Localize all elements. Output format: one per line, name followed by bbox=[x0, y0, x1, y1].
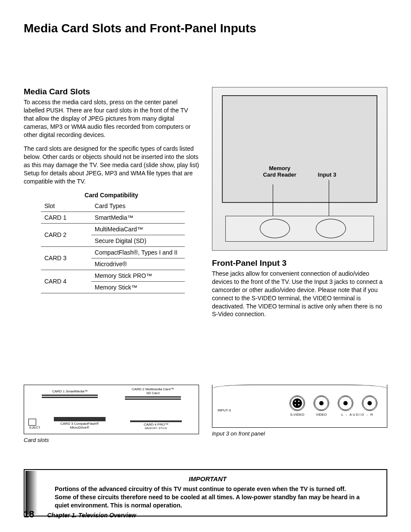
callout-circle-icon bbox=[316, 219, 346, 238]
input3-diagram: INPUT-3 S-VIDEO VIDEO L - AUDIO bbox=[212, 385, 387, 428]
input3-panel-label: INPUT-3 bbox=[218, 408, 231, 412]
card-slots-figure: CARD 1 SmartMedia™ CARD 2 Multimedia Car… bbox=[24, 385, 199, 443]
chapter-label: Chapter 1. Television Overview bbox=[47, 512, 136, 519]
svideo-jack: S-VIDEO bbox=[290, 395, 305, 417]
page-number: 18 bbox=[24, 509, 34, 520]
card1-label: CARD 1 SmartMedia™ bbox=[28, 390, 112, 394]
rca-jack-icon bbox=[367, 401, 372, 405]
video-label: VIDEO bbox=[316, 413, 327, 417]
tv-figure: Memory Card Reader Input 3 bbox=[212, 87, 387, 251]
table-row: CARD 1 bbox=[41, 212, 91, 223]
tv-screen bbox=[222, 95, 377, 203]
callout-circle-icon bbox=[260, 219, 290, 238]
svideo-icon bbox=[293, 398, 302, 408]
card2-label-l2: SD Card bbox=[112, 392, 195, 395]
tv-label-input3: Input 3 bbox=[318, 171, 336, 178]
slot-bar-icon bbox=[54, 417, 106, 421]
card-slots-caption: Card slots bbox=[24, 437, 199, 443]
card-slots-diagram: CARD 1 SmartMedia™ CARD 2 Multimedia Car… bbox=[24, 385, 199, 434]
table-row: MultiMediaCard™ bbox=[91, 223, 185, 235]
media-slots-p1: To access the media card slots, press on… bbox=[24, 98, 199, 139]
tv-base bbox=[225, 216, 374, 242]
card4-label-l1: CARD 4 PRO™ bbox=[118, 423, 195, 427]
table-row: Microdrive® bbox=[91, 258, 185, 270]
important-title: IMPORTANT bbox=[55, 475, 361, 482]
table-row: Memory Stick™ bbox=[91, 281, 185, 293]
input3-caption: Input 3 on front panel bbox=[212, 430, 387, 437]
main-columns: Media Card Slots To access the media car… bbox=[24, 87, 387, 324]
table-row: Secure Digital (SD) bbox=[91, 235, 185, 246]
bottom-figures: CARD 1 SmartMedia™ CARD 2 Multimedia Car… bbox=[24, 385, 387, 443]
table-row: CARD 4 bbox=[41, 270, 91, 293]
compat-table-title: Card Compatibility bbox=[24, 192, 199, 199]
table-row: SmartMedia™ bbox=[91, 212, 185, 223]
media-slots-p2: The card slots are designed for the spec… bbox=[24, 145, 199, 185]
slot-bar-icon bbox=[125, 398, 181, 400]
input3-figure: INPUT-3 S-VIDEO VIDEO L - AUDIO bbox=[212, 385, 387, 443]
page-footer: 18 Chapter 1. Television Overview bbox=[24, 509, 387, 520]
video-jack: VIDEO bbox=[314, 395, 329, 417]
table-row: CARD 2 bbox=[41, 223, 91, 246]
rca-jack-icon bbox=[343, 401, 348, 405]
audio-r-jack bbox=[362, 395, 377, 413]
page-title: Media Card Slots and Front-Panel Inputs bbox=[24, 22, 387, 35]
eject-label: EJECT bbox=[28, 426, 41, 429]
table-row: CARD 3 bbox=[41, 246, 91, 270]
front-input-p1: These jacks allow for convenient connect… bbox=[212, 270, 387, 318]
compat-head-slot: Slot bbox=[41, 200, 91, 212]
media-slots-heading: Media Card Slots bbox=[24, 87, 199, 96]
table-row: Memory Stick PRO™ bbox=[91, 270, 185, 281]
tv-label-reader-l1: Memory bbox=[263, 165, 296, 171]
important-text: Portions of the advanced circuitry of th… bbox=[55, 485, 361, 510]
front-input-heading: Front-Panel Input 3 bbox=[212, 258, 387, 268]
compat-head-types: Card Types bbox=[91, 200, 185, 212]
rca-jack-icon bbox=[319, 401, 324, 405]
slot-bar-icon bbox=[42, 397, 98, 398]
left-column: Media Card Slots To access the media car… bbox=[24, 87, 199, 324]
card3-label-l2: MicroDrive® bbox=[41, 426, 118, 430]
audio-l-jack bbox=[338, 395, 353, 413]
panel-curve-icon bbox=[212, 385, 387, 392]
tv-label-reader: Memory Card Reader bbox=[263, 165, 296, 178]
right-column: Memory Card Reader Input 3 Front-Panel I… bbox=[212, 87, 387, 324]
compat-table: Slot Card Types CARD 1 SmartMedia™ CARD … bbox=[41, 200, 185, 293]
table-row: CompactFlash®, Types I and II bbox=[91, 246, 185, 258]
audio-label: L - AUDIO - R bbox=[333, 413, 382, 417]
slot-bar-icon bbox=[42, 395, 98, 396]
slot-bar-icon bbox=[130, 420, 182, 422]
tv-label-reader-l2: Card Reader bbox=[263, 171, 296, 178]
slot-bar-icon bbox=[125, 396, 181, 398]
card4-label-l2: MEMORY STICK bbox=[118, 427, 195, 430]
svideo-label: S-VIDEO bbox=[290, 413, 305, 417]
eject-button-icon bbox=[28, 419, 36, 426]
